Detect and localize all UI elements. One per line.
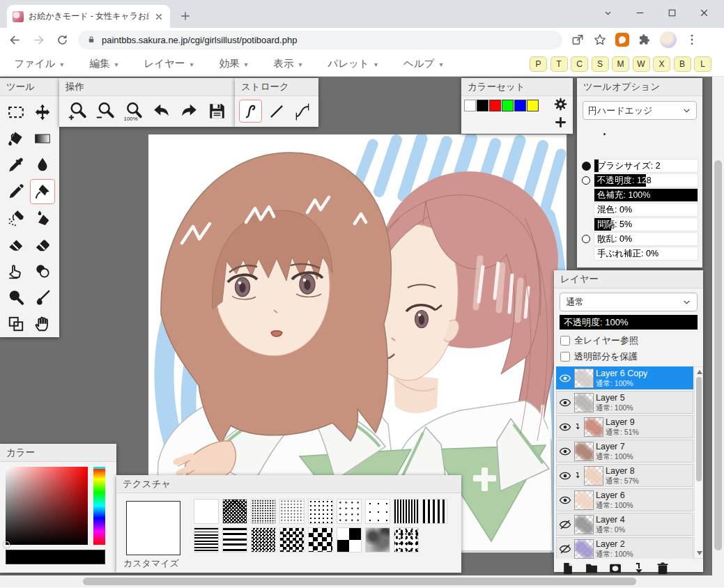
puzzle-extensions-icon[interactable] (638, 33, 652, 47)
eye-icon[interactable] (558, 396, 572, 409)
texture-tile-vlines-1[interactable] (394, 499, 419, 524)
texture-tile-chk-2[interactable] (279, 527, 305, 552)
texture-tile-vlines-2[interactable] (422, 499, 447, 524)
airbrush-icon[interactable] (3, 206, 29, 231)
layer-row[interactable]: Layer 5通常: 100% (556, 391, 693, 414)
tool-option-slider-1[interactable]: 不透明度: 128 (594, 173, 698, 187)
magnifier-icon[interactable] (3, 285, 29, 310)
shortcut-button-L[interactable]: L (694, 56, 711, 72)
colorset-gear-icon[interactable] (553, 97, 568, 111)
eyedropper-icon[interactable] (3, 153, 29, 178)
page-vertical-scrollbar[interactable] (712, 77, 724, 575)
eraser-soft-icon[interactable] (30, 232, 55, 257)
undo-icon[interactable] (150, 100, 172, 122)
sv-cursor[interactable] (3, 541, 10, 548)
shortcut-button-T[interactable]: T (550, 56, 568, 72)
texture-tile-chk-4[interactable] (337, 527, 362, 552)
hue-cursor[interactable] (93, 467, 105, 469)
texture-preview[interactable] (126, 501, 180, 555)
eye-icon[interactable] (558, 372, 572, 385)
shortcut-button-C[interactable]: C (571, 56, 588, 72)
stroke-line-icon[interactable] (265, 100, 288, 123)
texture-tile-noise[interactable] (365, 527, 390, 552)
shortcut-button-S[interactable]: S (592, 56, 609, 72)
tab-close-icon[interactable] (153, 11, 164, 22)
smudge-icon[interactable] (3, 258, 29, 284)
color-swatch-2[interactable] (489, 100, 501, 111)
menu-3[interactable]: 効果 (205, 57, 259, 70)
back-icon[interactable] (6, 31, 24, 49)
texture-tile-chk-1[interactable] (251, 527, 276, 552)
color-swatch-1[interactable] (477, 100, 488, 111)
inkpen-icon[interactable] (30, 206, 55, 231)
layer-scrollbar-thumb[interactable] (696, 377, 702, 481)
waterdrop-icon[interactable] (30, 153, 55, 178)
trash-icon[interactable] (656, 562, 670, 575)
layer-row[interactable]: Layer 7通常: 100% (556, 440, 693, 463)
hue-slider[interactable] (93, 467, 105, 545)
forward-icon[interactable] (29, 31, 47, 49)
shortcut-button-B[interactable]: B (674, 56, 691, 72)
layer-row[interactable]: Layer 6 Copy通常: 100% (556, 366, 693, 389)
layer-row[interactable]: Layer 6通常: 100% (556, 488, 693, 511)
move-icon[interactable] (30, 100, 55, 125)
shortcut-button-X[interactable]: X (653, 56, 670, 72)
layer-list-scrollbar[interactable] (694, 366, 703, 559)
tool-option-slider-2[interactable]: 色補充: 100% (594, 188, 698, 202)
texture-tile-dots-5[interactable] (365, 499, 390, 524)
eye-off-icon[interactable] (558, 518, 572, 531)
eye-icon[interactable] (558, 494, 572, 506)
vertical-scrollbar-thumb[interactable] (714, 160, 722, 550)
stroke-bezier-icon[interactable] (291, 100, 314, 123)
layer-row[interactable]: Layer 4通常: 0% (556, 513, 693, 536)
scroll-down-arrow-icon[interactable] (697, 551, 702, 555)
texture-tile-hlines-1[interactable] (194, 527, 219, 552)
zoom-in-icon[interactable] (66, 100, 88, 122)
save-icon[interactable] (206, 100, 228, 122)
color-swatch-4[interactable] (514, 100, 526, 111)
shortcut-button-P[interactable]: P (530, 56, 547, 72)
share-icon[interactable] (571, 33, 585, 47)
eye-icon[interactable] (558, 470, 572, 482)
extension-badge-icon[interactable] (615, 33, 629, 47)
texture-tile-plain[interactable] (194, 499, 219, 524)
new-tab-button[interactable] (178, 9, 194, 24)
layer-row[interactable]: Layer 2通常: 100% (556, 537, 693, 559)
texture-tile-dots-1[interactable] (251, 499, 276, 524)
layer-new-icon[interactable] (561, 562, 575, 575)
blend-mode-select[interactable]: 通常 (560, 293, 698, 311)
menu-0[interactable]: ファイル (0, 57, 75, 70)
texture-tile-splatter[interactable] (394, 527, 419, 552)
window-close-icon[interactable] (688, 0, 720, 25)
redo-icon[interactable] (178, 100, 200, 122)
tool-option-slider-6[interactable]: 手ぶれ補正: 0% (594, 247, 698, 261)
layer-row[interactable]: Layer 8通常: 57% (556, 464, 693, 487)
bucket-icon[interactable] (3, 126, 29, 151)
tool-option-slider-4[interactable]: 間隔: 5% (594, 217, 698, 231)
pen-icon[interactable] (30, 179, 55, 204)
profile-avatar[interactable] (660, 31, 677, 48)
rect-select-icon[interactable] (3, 100, 29, 125)
burn-icon[interactable] (30, 285, 55, 310)
zoom-out-icon[interactable] (94, 100, 116, 122)
window-minimize-icon[interactable] (624, 0, 656, 25)
menu-4[interactable]: 表示 (260, 57, 314, 70)
color-swatch-3[interactable] (502, 100, 514, 111)
zoom-reset-icon[interactable]: 100% (122, 100, 144, 122)
folder-icon[interactable] (585, 562, 599, 575)
window-chevron-icon[interactable] (592, 0, 624, 25)
texture-tile-diag-dense[interactable] (222, 499, 247, 524)
brush-type-select[interactable]: 円ハードエッジ (583, 101, 697, 120)
texture-tile-hlines-2[interactable] (222, 527, 247, 552)
hand-icon[interactable] (30, 311, 55, 336)
saturation-value-picker[interactable] (6, 467, 88, 545)
layer-checkbox-1[interactable] (560, 352, 570, 362)
color-swatch-5[interactable] (527, 100, 539, 111)
texture-tile-dots-3[interactable] (308, 499, 333, 524)
eye-off-icon[interactable] (558, 543, 572, 555)
eye-icon[interactable] (558, 445, 572, 458)
texture-tile-dots-4[interactable] (337, 499, 362, 524)
color-swatch-0[interactable] (464, 100, 476, 111)
page-horizontal-scrollbar[interactable] (0, 575, 724, 587)
layer-row[interactable]: Layer 9通常: 51% (556, 415, 693, 438)
